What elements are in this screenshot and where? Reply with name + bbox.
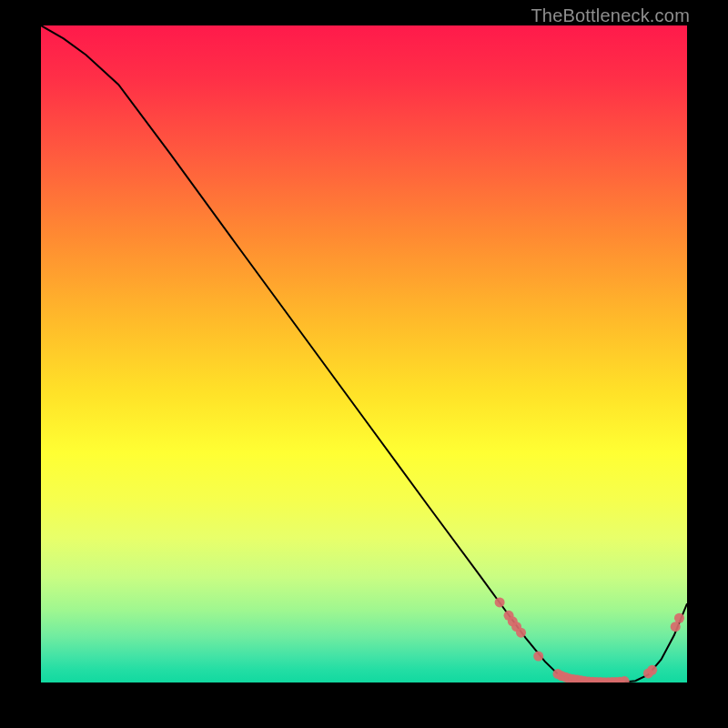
watermark-label: TheBottleneck.com (531, 5, 690, 26)
data-marker (671, 622, 681, 632)
data-marker (533, 652, 543, 662)
plot-area (41, 25, 687, 682)
bottleneck-curve (41, 25, 687, 682)
chart-container: TheBottleneck.com (0, 0, 728, 728)
data-marker (647, 665, 657, 675)
chart-svg (41, 25, 687, 682)
data-marker (516, 628, 526, 638)
curve-markers (495, 597, 684, 682)
data-marker (674, 613, 684, 623)
data-marker (495, 597, 505, 607)
